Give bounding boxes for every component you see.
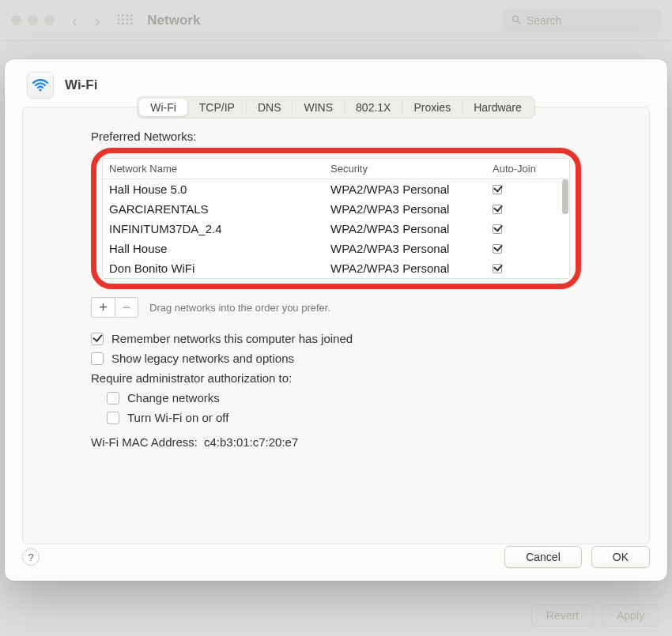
table-row[interactable]: INFINITUM37DA_2.4WPA2/WPA3 Personal <box>103 219 569 239</box>
svg-line-1 <box>518 21 520 23</box>
mac-address-value: c4:b3:01:c7:20:e7 <box>204 435 298 449</box>
require-auth-label: Require administrator authorization to: <box>91 371 581 385</box>
cell-security: WPA2/WPA3 Personal <box>330 202 493 216</box>
auto-join-checkbox[interactable] <box>493 224 502 234</box>
cell-auto-join[interactable] <box>493 262 569 275</box>
parent-footer: Revert Apply <box>531 604 659 627</box>
add-network-button[interactable]: + <box>91 297 115 318</box>
table-row[interactable]: Hall House 5.0WPA2/WPA3 Personal <box>103 179 569 199</box>
cell-security: WPA2/WPA3 Personal <box>330 222 493 235</box>
settings-panel: Wi-Fi TCP/IP DNS WINS 802.1X Proxies Har… <box>22 107 650 544</box>
auto-join-checkbox[interactable] <box>493 264 502 273</box>
checkbox-icon <box>107 392 119 405</box>
show-legacy-checkbox[interactable]: Show legacy networks and options <box>91 352 581 365</box>
mac-address-label: Wi-Fi MAC Address: <box>91 435 198 449</box>
cell-auto-join[interactable] <box>493 222 569 235</box>
auto-join-checkbox[interactable] <box>493 205 502 214</box>
window-title: Network <box>147 13 200 28</box>
apply-button[interactable]: Apply <box>602 604 659 627</box>
auto-join-checkbox[interactable] <box>493 185 502 194</box>
cancel-button[interactable]: Cancel <box>504 546 582 568</box>
revert-button[interactable]: Revert <box>531 604 594 627</box>
back-button[interactable]: ‹ <box>72 13 77 28</box>
cell-auto-join[interactable] <box>493 183 569 196</box>
table-scrollbar[interactable] <box>562 179 568 214</box>
cell-auto-join[interactable] <box>493 242 569 255</box>
tab-wins[interactable]: WINS <box>293 99 345 116</box>
cell-auto-join[interactable] <box>493 202 569 216</box>
remember-networks-checkbox[interactable]: Remember networks this computer has join… <box>91 332 581 345</box>
window-controls <box>11 15 55 25</box>
forward-button[interactable]: › <box>95 13 100 28</box>
tab-proxies[interactable]: Proxies <box>402 99 462 116</box>
tab-dns[interactable]: DNS <box>247 99 293 116</box>
show-all-icon[interactable]: ⠿⠿ <box>115 12 133 29</box>
search-placeholder: Search <box>527 14 561 27</box>
tab-hardware[interactable]: Hardware <box>462 99 533 116</box>
col-auto-join[interactable]: Auto-Join <box>493 163 569 175</box>
mac-address-row: Wi-Fi MAC Address: c4:b3:01:c7:20:e7 <box>91 435 581 449</box>
add-remove-buttons: + − <box>91 297 138 318</box>
tab-wifi[interactable]: Wi-Fi <box>139 99 187 116</box>
ok-button[interactable]: OK <box>591 546 650 568</box>
turn-wifi-checkbox[interactable]: Turn Wi-Fi on or off <box>107 411 581 424</box>
remove-network-button[interactable]: − <box>115 297 138 318</box>
titlebar: ‹ › ⠿⠿ Network Search <box>0 0 672 41</box>
preferred-networks-label: Preferred Networks: <box>91 130 581 143</box>
search-field[interactable]: Search <box>503 9 661 32</box>
checkbox-icon <box>91 352 104 365</box>
col-security[interactable]: Security <box>330 163 493 175</box>
svg-point-2 <box>39 88 41 91</box>
cell-security: WPA2/WPA3 Personal <box>330 183 493 196</box>
cell-network-name: Don Bonito WiFi <box>109 262 330 275</box>
table-row[interactable]: GARCIARENTALSWPA2/WPA3 Personal <box>103 199 569 219</box>
help-button[interactable]: ? <box>22 548 40 566</box>
table-header: Network Name Security Auto-Join <box>103 159 569 179</box>
annotation-highlight: Network Name Security Auto-Join Hall Hou… <box>91 148 581 289</box>
cell-network-name: Hall House 5.0 <box>109 183 330 196</box>
auto-join-checkbox[interactable] <box>493 244 502 254</box>
tab-8021x[interactable]: 802.1X <box>345 99 402 116</box>
cell-security: WPA2/WPA3 Personal <box>330 262 493 275</box>
cell-network-name: Hall House <box>109 242 330 255</box>
tabbar: Wi-Fi TCP/IP DNS WINS 802.1X Proxies Har… <box>137 96 535 119</box>
drag-hint: Drag networks into the order you prefer. <box>149 302 330 314</box>
wifi-icon <box>27 72 54 99</box>
minimize-window[interactable] <box>28 15 38 25</box>
nav-arrows: ‹ › <box>72 13 100 28</box>
cell-network-name: INFINITUM37DA_2.4 <box>109 222 330 235</box>
table-row[interactable]: Don Bonito WiFiWPA2/WPA3 Personal <box>103 258 569 278</box>
close-window[interactable] <box>11 15 21 25</box>
zoom-window[interactable] <box>44 15 55 25</box>
sheet-title: Wi-Fi <box>65 77 97 93</box>
col-network-name[interactable]: Network Name <box>109 163 330 175</box>
wifi-advanced-sheet: Wi-Fi Wi-Fi TCP/IP DNS WINS 802.1X Proxi… <box>5 59 667 581</box>
table-row[interactable]: Hall HouseWPA2/WPA3 Personal <box>103 239 569 258</box>
tab-tcpip[interactable]: TCP/IP <box>188 99 246 116</box>
search-icon <box>511 14 522 28</box>
cell-security: WPA2/WPA3 Personal <box>330 242 493 255</box>
svg-point-0 <box>512 16 518 21</box>
change-networks-checkbox[interactable]: Change networks <box>107 391 581 405</box>
checkbox-icon <box>91 333 104 345</box>
checkbox-icon <box>107 412 119 424</box>
cell-network-name: GARCIARENTALS <box>109 202 330 216</box>
preferred-networks-table[interactable]: Network Name Security Auto-Join Hall Hou… <box>102 158 570 279</box>
